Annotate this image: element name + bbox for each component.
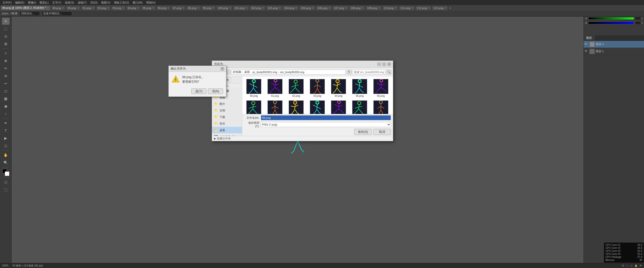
tab-close-100[interactable]: ✕ <box>229 7 231 9</box>
tab-close-103[interactable]: ✕ <box>279 7 281 9</box>
file-item-70.png[interactable]: 70.png <box>307 99 327 114</box>
layer-1-eye[interactable]: 👁 <box>585 50 588 53</box>
tab-close-89[interactable]: ✕ <box>62 7 64 9</box>
menu-file[interactable]: 文件(F) <box>1 0 13 5</box>
tab-97[interactable]: 97.png✕ <box>171 5 186 10</box>
tab-100[interactable]: 100.png✕ <box>216 5 233 10</box>
file-item-67.png[interactable]: 67.png <box>244 99 264 114</box>
nav-search-btn[interactable]: 🔍 <box>386 70 391 75</box>
quick-mask[interactable]: ⬡ <box>2 179 10 186</box>
tab-99[interactable]: 99.png✕ <box>201 5 216 10</box>
file-item-64.png[interactable]: 64.png <box>328 78 349 98</box>
clone-tool[interactable]: ⊘ <box>2 72 10 79</box>
tab-close-106[interactable]: ✕ <box>328 7 330 9</box>
tab-close-101[interactable]: ✕ <box>246 7 248 9</box>
tab-close-108[interactable]: ✕ <box>361 7 363 9</box>
link-field[interactable] <box>42 11 72 16</box>
menu-edit[interactable]: 编辑(E) <box>14 0 26 5</box>
save-dialog-close[interactable]: ✕ <box>387 63 391 66</box>
b-slider[interactable] <box>588 22 634 24</box>
tab-close-110[interactable]: ✕ <box>395 7 397 9</box>
pen-tool[interactable]: ✒ <box>2 120 10 127</box>
tab-101[interactable]: 101.png✕ <box>233 5 249 10</box>
nav-search-input[interactable] <box>353 70 385 75</box>
tab-close-98[interactable]: ✕ <box>197 7 199 9</box>
foreground-background-colors[interactable] <box>2 169 9 176</box>
tab-110[interactable]: 110.png✕ <box>382 5 398 10</box>
tab-103[interactable]: 103.png✕ <box>266 5 283 10</box>
file-item-61.png[interactable]: 61.png <box>265 78 285 98</box>
file-item-71.png[interactable]: 71.png <box>328 99 349 114</box>
tab-close-95[interactable]: ✕ <box>152 7 154 9</box>
file-item-63.png[interactable]: 63.png <box>307 78 327 98</box>
file-item-65.png[interactable]: 65.png <box>350 78 370 98</box>
tab-close-96[interactable]: ✕ <box>167 7 169 9</box>
tab-108[interactable]: 108.png✕ <box>349 5 365 10</box>
shape-tool[interactable]: ◻ <box>2 142 10 149</box>
menu-plugins[interactable]: 增效工具(G) <box>112 0 131 5</box>
layer-item-1[interactable]: 👁 图层 1 <box>584 48 644 55</box>
zoom-tool[interactable]: 🔍 <box>2 159 10 166</box>
path-selection[interactable]: ▶ <box>2 135 10 142</box>
tab-close-97[interactable]: ✕ <box>182 7 184 9</box>
move-tool[interactable]: ✛ <box>2 18 10 25</box>
layer-2-eye[interactable]: 👁 <box>585 43 588 46</box>
hand-tool[interactable]: ✋ <box>2 152 10 159</box>
tab-layers[interactable]: 图层 <box>584 35 595 41</box>
tab-90[interactable]: 90.png✕ <box>66 5 81 10</box>
tab-overflow[interactable]: » <box>448 6 452 10</box>
tab-89[interactable]: 89.png✕ <box>51 5 66 10</box>
tab-102[interactable]: 102.png✕ <box>249 5 266 10</box>
blur-tool[interactable]: ◉ <box>2 103 10 110</box>
file-item-68.png[interactable]: 68.png <box>265 99 285 114</box>
menu-image[interactable]: 图像(I) <box>26 0 38 5</box>
tab-104[interactable]: 104.png✕ <box>282 5 299 10</box>
active-tab[interactable]: 88.png @ 100% (图层 2, RGB/8#) * ✕ <box>1 5 51 10</box>
gradient-tool[interactable]: ▦ <box>2 95 10 102</box>
save-button[interactable]: 保存(S) <box>354 129 372 135</box>
tab-close-104[interactable]: ✕ <box>295 7 297 9</box>
tab-96[interactable]: 96.png✕ <box>156 5 171 10</box>
tab-92[interactable]: 92.png✕ <box>96 5 111 10</box>
tab-close-107[interactable]: ✕ <box>345 7 347 9</box>
tab-91[interactable]: 91.png✕ <box>81 5 96 10</box>
confirm-close-btn[interactable]: ✕ <box>221 67 224 71</box>
file-item-69.png[interactable]: 69.png <box>286 99 306 114</box>
tab-106[interactable]: 106.png✕ <box>316 5 332 10</box>
filename-input[interactable] <box>261 115 391 120</box>
text-tool[interactable]: T <box>2 127 10 134</box>
tab-close-112[interactable]: ✕ <box>428 7 430 9</box>
tab-close-92[interactable]: ✕ <box>107 7 109 9</box>
tab-113[interactable]: 113.png✕ <box>432 5 448 10</box>
confirm-no-btn[interactable]: 否(N) <box>208 88 223 94</box>
menu-text[interactable]: 文字(Y) <box>51 0 63 5</box>
confirm-yes-btn[interactable]: 是(Y) <box>191 88 206 94</box>
file-item-72.png[interactable]: 72.png <box>350 99 370 114</box>
tab-95[interactable]: 95.png✕ <box>141 5 156 10</box>
save-dialog-minimize[interactable]: ─ <box>377 63 381 66</box>
file-item-66.png[interactable]: 66.png <box>371 78 391 98</box>
b-value[interactable] <box>635 21 642 25</box>
eyedropper-tool[interactable]: ⌗ <box>2 50 10 57</box>
tab-close-111[interactable]: ✕ <box>411 7 413 9</box>
menu-filter[interactable]: 滤镜(T) <box>76 0 88 5</box>
tab-close-113[interactable]: ✕ <box>444 7 446 9</box>
tab-close-102[interactable]: ✕ <box>262 7 264 9</box>
sidebar-desktop[interactable]: 📁 桌面 <box>212 127 242 133</box>
cancel-button[interactable]: 取消 <box>373 129 391 135</box>
tab-94[interactable]: 94.png✕ <box>126 5 141 10</box>
tab-111[interactable]: 111.png✕ <box>398 5 415 10</box>
menu-3d[interactable]: 3D(D) <box>89 1 99 5</box>
eraser-tool[interactable]: ◻ <box>2 87 10 95</box>
menu-view[interactable]: 视图(V) <box>100 0 112 5</box>
save-dialog-maximize[interactable]: □ <box>382 63 386 66</box>
lasso-tool[interactable]: ⊙ <box>2 33 10 40</box>
nav-refresh-btn[interactable]: ↻ <box>347 70 352 75</box>
tab-close-105[interactable]: ✕ <box>312 7 314 9</box>
crop-tool[interactable]: ⊞ <box>2 40 10 47</box>
tab-close-109[interactable]: ✕ <box>378 7 380 9</box>
filetype-select[interactable]: PNG (*.png) <box>261 122 391 127</box>
file-item-73.png[interactable]: 73.png <box>371 99 391 114</box>
sidebar-music[interactable]: 📁 音乐 <box>212 120 242 127</box>
sidebar-downloads[interactable]: 📁 下载 <box>212 114 242 120</box>
